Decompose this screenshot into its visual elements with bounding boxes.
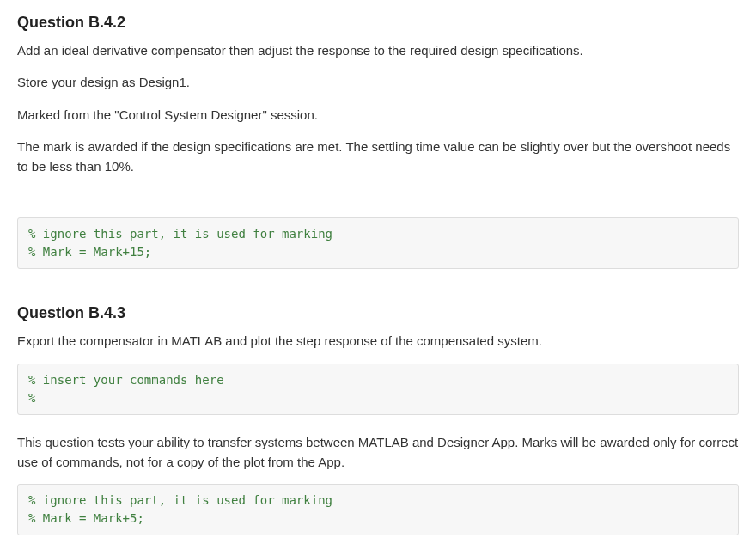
question-b42-section: Question B.4.2 Add an ideal derivative c… — [0, 0, 756, 290]
question-b42-code-block: % ignore this part, it is used for marki… — [17, 217, 739, 269]
code-comment-line: % Mark = Mark+5; — [28, 511, 144, 525]
question-b42-title: Question B.4.2 — [17, 14, 739, 32]
question-b42-para2: Store your design as Design1. — [17, 72, 739, 92]
code-comment-line: % ignore this part, it is used for marki… — [28, 227, 332, 241]
question-b43-section: Question B.4.3 Export the compensator in… — [0, 290, 756, 556]
code-comment-line: % insert your commands here — [28, 373, 224, 387]
question-b43-code-block-2: % ignore this part, it is used for marki… — [17, 484, 739, 535]
question-b43-para2: This question tests your ability to tran… — [17, 432, 739, 473]
code-comment-line: % — [28, 391, 35, 405]
spacer — [17, 188, 739, 209]
question-b42-para4: The mark is awarded if the design specif… — [17, 137, 739, 177]
question-b43-code-block-1: % insert your commands here % — [17, 364, 739, 415]
code-comment-line: % ignore this part, it is used for marki… — [28, 493, 332, 507]
question-b43-para1: Export the compensator in MATLAB and plo… — [17, 331, 739, 351]
question-b42-para3: Marked from the "Control System Designer… — [17, 105, 739, 125]
question-b42-para1: Add an ideal derivative compensator then… — [17, 40, 739, 60]
question-b43-title: Question B.4.3 — [17, 304, 739, 322]
code-comment-line: % Mark = Mark+15; — [28, 245, 151, 259]
